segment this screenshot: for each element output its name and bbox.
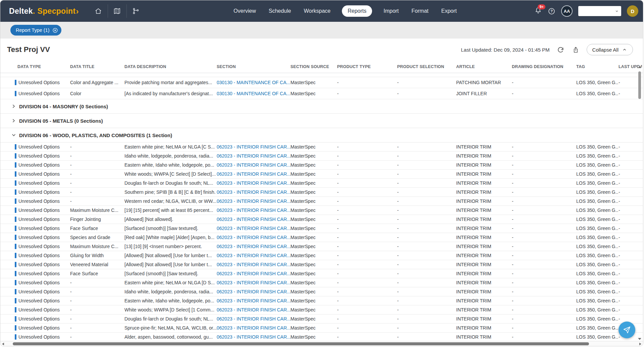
section-link[interactable]: 062023 - INTERIOR FINISH CAR... — [217, 334, 290, 340]
column-header-drawing-designation[interactable]: DRAWING DESIGNATION — [512, 64, 576, 69]
column-header-data-title[interactable]: DATA TITLE — [70, 64, 124, 69]
nav-schedule[interactable]: Schedule — [267, 5, 292, 17]
table-row[interactable]: Unresolved Options - Spruce-pine-fir; Ne… — [0, 324, 643, 333]
group-expand-chevron-icon[interactable] — [11, 133, 16, 137]
column-header-article[interactable]: ARTICLE — [456, 64, 512, 69]
section-link[interactable]: 062023 - INTERIOR FINISH CAR... — [217, 217, 290, 222]
column-header-product-selection[interactable]: PRODUCT SELECTION — [397, 64, 456, 69]
section-link[interactable]: 062023 - INTERIOR FINISH CAR... — [217, 226, 290, 231]
scroll-left-arrow-icon[interactable] — [2, 343, 4, 345]
column-header-data-type[interactable]: DATA TYPE — [15, 64, 70, 69]
cell-data-description: [Surfaced (smooth)] [Saw textured]. — [124, 226, 217, 231]
nav-format[interactable]: Format — [410, 5, 430, 17]
user-avatar[interactable]: AA — [561, 5, 573, 17]
cell-data-type: Unresolved Options — [15, 316, 70, 322]
table-row[interactable]: Unresolved Options - Alder, aspen, bassw… — [0, 333, 643, 341]
table-row[interactable]: Unresolved Options - Idaho white, lodgep… — [0, 287, 643, 296]
nav-workspace[interactable]: Workspace — [303, 5, 332, 17]
column-header-data-description[interactable]: DATA DESCRIPTION — [124, 64, 217, 69]
nav-import[interactable]: Import — [382, 5, 400, 17]
map-button[interactable] — [108, 4, 126, 18]
column-header-product-type[interactable]: PRODUCT TYPE — [337, 64, 397, 69]
horizontal-scrollbar[interactable] — [0, 341, 643, 346]
workflow-button[interactable] — [126, 4, 145, 18]
data-type-value: Unresolved Options — [18, 316, 60, 322]
section-link[interactable]: 062023 - INTERIOR FINISH CAR... — [217, 289, 290, 294]
section-link[interactable]: 062023 - INTERIOR FINISH CAR... — [217, 307, 290, 312]
group-expand-chevron-icon[interactable] — [11, 118, 16, 123]
home-button[interactable] — [89, 4, 108, 18]
nav-overview[interactable]: Overview — [232, 5, 257, 17]
section-link[interactable]: 062023 - INTERIOR FINISH CAR... — [217, 325, 290, 331]
table-row[interactable]: Unresolved Options Color and Aggregate .… — [0, 77, 643, 88]
table-row[interactable]: Unresolved Options Face Surface [Surface… — [0, 224, 643, 233]
section-link[interactable]: 062023 - INTERIOR FINISH CAR... — [217, 153, 290, 159]
table-row[interactable]: Unresolved Options Maximum Moisture C...… — [0, 206, 643, 215]
table-row[interactable]: Unresolved Options - White woods; WWPA [… — [0, 305, 643, 314]
table-row[interactable]: Unresolved Options - Eastern white pine;… — [0, 142, 643, 152]
table-row[interactable]: Unresolved Options Species and Grade [Re… — [0, 233, 643, 242]
section-link[interactable]: 062023 - INTERIOR FINISH CAR... — [217, 316, 290, 322]
column-header-section-source[interactable]: SECTION SOURCE — [290, 64, 337, 69]
section-link[interactable]: 030130 - MAINTENANCE OF CA... — [217, 91, 290, 96]
section-link[interactable]: 062023 - INTERIOR FINISH CAR... — [217, 262, 290, 267]
table-row[interactable]: Unresolved Options - Eastern white, Idah… — [0, 161, 643, 170]
section-link[interactable]: 062023 - INTERIOR FINISH CAR... — [217, 180, 290, 186]
table-row[interactable]: Unresolved Options - Eastern white, Idah… — [0, 296, 643, 305]
scroll-right-arrow-icon[interactable] — [639, 343, 641, 345]
cell-data-description: White woods; WWPA [C Select] [D Select].… — [124, 171, 217, 177]
table-row[interactable]: Unresolved Options Gluing for Width [All… — [0, 251, 643, 260]
section-link[interactable]: 062023 - INTERIOR FINISH CAR... — [217, 298, 290, 303]
table-row[interactable]: Unresolved Options Finger Jointing [Allo… — [0, 215, 643, 224]
section-link[interactable]: 062023 - INTERIOR FINISH CAR... — [217, 189, 290, 195]
division-group-row[interactable]: DIVISION 06 - WOOD, PLASTICS, AND COMPOS… — [0, 128, 643, 142]
collapse-all-button[interactable]: Collapse All — [587, 44, 633, 55]
report-type-filter-chip[interactable]: Report Type (1) — [10, 25, 61, 36]
table-row[interactable]: Unresolved Options - Douglas fir-larch o… — [0, 179, 643, 188]
table-row[interactable]: Unresolved Options - Douglas fir-larch o… — [0, 314, 643, 324]
notifications-button[interactable]: 9+ — [534, 7, 542, 16]
table-row[interactable]: Unresolved Options Color [As indicated b… — [0, 88, 643, 99]
share-button[interactable] — [572, 46, 580, 54]
secondary-avatar[interactable]: D — [627, 5, 638, 17]
section-link[interactable]: 030130 - MAINTENANCE OF CA... — [217, 80, 290, 85]
help-button[interactable]: ? — [548, 7, 555, 15]
column-header-section[interactable]: SECTION — [217, 64, 290, 69]
section-link[interactable]: 062023 - INTERIOR FINISH CAR... — [217, 208, 290, 213]
remove-filter-icon[interactable] — [52, 27, 58, 33]
table-row[interactable]: Unresolved Options - Idaho white, lodgep… — [0, 152, 643, 161]
column-header-tag[interactable]: TAG — [576, 64, 619, 69]
table-row[interactable]: Unresolved Options Maximum Moisture C...… — [0, 242, 643, 251]
table-row[interactable]: Unresolved Options Face Surface [Surface… — [0, 269, 643, 278]
group-expand-chevron-icon[interactable] — [11, 104, 16, 109]
section-link[interactable]: 062023 - INTERIOR FINISH CAR... — [217, 198, 290, 204]
scroll-down-arrow-icon[interactable] — [638, 338, 641, 340]
vertical-scrollbar-thumb[interactable] — [638, 71, 641, 99]
nav-export[interactable]: Export — [440, 5, 458, 17]
division-group-row[interactable]: DIVISION 05 - METALS (0 Sections) — [0, 114, 643, 128]
section-link[interactable]: 062023 - INTERIOR FINISH CAR... — [217, 244, 290, 249]
assistant-fab-button[interactable] — [619, 322, 635, 338]
table-row[interactable]: Unresolved Options - White woods; WWPA [… — [0, 170, 643, 179]
table-row[interactable]: Unresolved Options - Western red cedar; … — [0, 197, 643, 206]
section-link[interactable]: 062023 - INTERIOR FINISH CAR... — [217, 162, 290, 168]
account-dropdown[interactable] — [578, 6, 621, 16]
section-link[interactable]: 062023 - INTERIOR FINISH CAR... — [217, 235, 290, 240]
section-link[interactable]: 062023 - INTERIOR FINISH CAR... — [217, 253, 290, 258]
section-link[interactable]: 062023 - INTERIOR FINISH CAR... — [217, 171, 290, 177]
scroll-up-arrow-icon[interactable] — [638, 66, 641, 68]
refresh-button[interactable] — [556, 46, 565, 54]
nav-reports[interactable]: Reports — [342, 5, 372, 17]
cell-article: INTERIOR TRIM — [456, 180, 512, 186]
division-group-row[interactable]: DIVISION 04 - MASONRY (0 Sections) — [0, 99, 643, 114]
section-link[interactable]: 062023 - INTERIOR FINISH CAR... — [217, 144, 290, 150]
table-row[interactable]: Unresolved Options - Southern pine; SPIB… — [0, 188, 643, 197]
section-link[interactable]: 062023 - INTERIOR FINISH CAR... — [217, 271, 290, 276]
cell-data-title: - — [70, 189, 124, 195]
vertical-scrollbar[interactable] — [638, 66, 642, 340]
brand-logo[interactable]: Deltek. Specpoint › — [9, 6, 79, 16]
section-link[interactable]: 062023 - INTERIOR FINISH CAR... — [217, 280, 290, 285]
table-row[interactable]: Unresolved Options Veneered Material [Al… — [0, 260, 643, 269]
horizontal-scrollbar-thumb[interactable] — [13, 342, 589, 345]
table-row[interactable]: Unresolved Options - Eastern white pine;… — [0, 278, 643, 287]
